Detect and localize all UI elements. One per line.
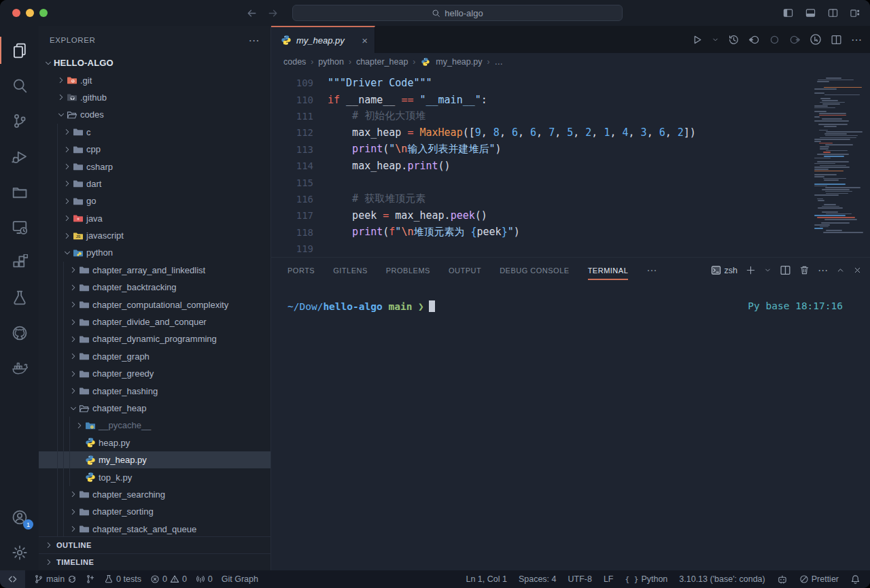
tree-item-hello-algo[interactable]: HELLO-ALGO xyxy=(39,54,271,71)
code-line[interactable]: 109"""Driver Code""" xyxy=(271,75,870,91)
python-interpreter[interactable]: 3.10.13 ('base': conda) xyxy=(679,574,765,584)
tree-item-python[interactable]: python xyxy=(39,244,271,261)
tree-item-chapter-heap[interactable]: chapter_heap xyxy=(39,400,271,417)
tree-item-chapter-graph[interactable]: chapter_graph xyxy=(39,348,271,365)
activity-run-debug-icon[interactable] xyxy=(0,139,39,174)
activity-remote-explorer-icon[interactable] xyxy=(0,209,39,245)
tree-item-chapter-searching[interactable]: chapter_searching xyxy=(39,486,271,503)
panel-tab-debug-console[interactable]: DEBUG CONSOLE xyxy=(500,266,569,275)
copilot-icon[interactable] xyxy=(777,574,788,585)
code-line[interactable]: 117 peek = max_heap.peek() xyxy=(271,207,870,224)
activity-source-control-icon[interactable] xyxy=(0,103,39,139)
code-line[interactable]: 114 max_heap.print() xyxy=(271,158,870,174)
terminal-dropdown-icon[interactable] xyxy=(764,266,771,274)
terminal[interactable]: ~/Dow/hello-algo main ❯ Py base 18:17:16 xyxy=(271,283,870,570)
timeline-section[interactable]: TIMELINE xyxy=(39,553,271,570)
tree-item-chapter-greedy[interactable]: chapter_greedy xyxy=(39,365,271,382)
minimap[interactable] xyxy=(813,77,865,239)
activity-github-icon[interactable] xyxy=(0,315,39,351)
panel-tab-ports[interactable]: PORTS xyxy=(288,266,315,275)
toggle-secondary-sidebar-icon[interactable] xyxy=(827,8,839,18)
outline-section[interactable]: OUTLINE xyxy=(39,536,271,553)
terminal-shell-selector[interactable]: zsh xyxy=(711,265,737,275)
navigate-back-icon[interactable] xyxy=(246,7,258,19)
toggle-sidebar-icon[interactable] xyxy=(782,8,794,18)
branch-status[interactable]: main xyxy=(34,574,77,584)
encoding[interactable]: UTF-8 xyxy=(568,574,592,584)
zoom-window-button[interactable] xyxy=(39,9,48,17)
run-python-file-icon[interactable] xyxy=(691,34,703,46)
gitlens-branch-status[interactable] xyxy=(86,574,95,584)
problems-status[interactable]: 0 0 xyxy=(150,574,187,584)
panel-tab-gitlens[interactable]: GITLENS xyxy=(333,266,368,275)
tree-item-chapter-divide-and-conquer[interactable]: chapter_divide_and_conquer xyxy=(39,313,271,330)
tree-item-chapter-dynamic-programming[interactable]: chapter_dynamic_programming xyxy=(39,330,271,347)
tree-item-chapter-hashing[interactable]: chapter_hashing xyxy=(39,382,271,399)
close-window-button[interactable] xyxy=(12,9,20,17)
panel-more-actions-icon[interactable]: ⋯ xyxy=(818,264,828,277)
breadcrumb-item[interactable]: chapter_heap xyxy=(356,57,408,67)
breadcrumb-item[interactable]: python xyxy=(318,57,344,67)
close-panel-icon[interactable] xyxy=(853,266,862,275)
command-center-search[interactable]: hello-algo xyxy=(292,5,623,21)
editor-more-actions-icon[interactable]: ⋯ xyxy=(851,33,862,46)
activity-settings-icon[interactable] xyxy=(0,535,39,570)
explorer-more-actions-icon[interactable]: ⋯ xyxy=(248,34,260,47)
file-history-icon[interactable] xyxy=(728,34,740,46)
tree-item-cpp[interactable]: cpp xyxy=(39,141,271,158)
tree-item-git[interactable]: .git xyxy=(39,71,271,88)
tab-my-heap[interactable]: my_heap.py × xyxy=(271,26,375,53)
breadcrumb-item[interactable]: my_heap.py xyxy=(436,57,482,67)
code-line[interactable]: 119 xyxy=(271,241,870,257)
tree-item-codes[interactable]: codes xyxy=(39,106,271,123)
code-line[interactable]: 111 # 初始化大顶堆 xyxy=(271,108,870,124)
tree-item-dart[interactable]: dart xyxy=(39,175,271,192)
activity-project-folder-icon[interactable] xyxy=(0,174,39,209)
tree-item-chapter-sorting[interactable]: chapter_sorting xyxy=(39,503,271,520)
tree-item-chapter-array-and-linkedlist[interactable]: chapter_array_and_linkedlist xyxy=(39,262,271,279)
cursor-position[interactable]: Ln 1, Col 1 xyxy=(466,574,506,584)
code-editor[interactable]: 109"""Driver Code"""110if __name__ == "_… xyxy=(271,71,870,257)
language-mode[interactable]: { } Python xyxy=(625,574,668,584)
activity-explorer-icon[interactable] xyxy=(0,33,39,68)
activity-search-icon[interactable] xyxy=(0,68,39,103)
formatter-status[interactable]: Prettier xyxy=(799,574,839,584)
gitlens-forward-icon[interactable] xyxy=(789,34,801,46)
navigate-forward-icon[interactable] xyxy=(267,7,279,19)
gitlens-back-icon[interactable] xyxy=(748,34,760,46)
tree-item-java[interactable]: java xyxy=(39,210,271,227)
tree-item-go[interactable]: go xyxy=(39,192,271,209)
activity-docker-icon[interactable] xyxy=(0,351,39,386)
tree-item-csharp[interactable]: csharp xyxy=(39,158,271,175)
breadcrumb-item[interactable]: … xyxy=(494,57,503,67)
git-graph-button[interactable]: Git Graph xyxy=(222,574,258,584)
remote-indicator[interactable] xyxy=(0,570,25,588)
notifications-bell-icon[interactable] xyxy=(850,574,860,585)
tree-item-github[interactable]: .github xyxy=(39,89,271,106)
split-editor-icon[interactable] xyxy=(831,34,842,46)
panel-more-tabs-icon[interactable]: ⋯ xyxy=(646,264,657,277)
close-tab-icon[interactable]: × xyxy=(362,35,368,46)
code-line[interactable]: 115 xyxy=(271,174,870,190)
tree-item-c[interactable]: c xyxy=(39,124,271,141)
gitlens-compare-icon[interactable] xyxy=(769,34,780,46)
code-line[interactable]: 110if __name__ == "__main__": xyxy=(271,91,870,107)
code-line[interactable]: 113 print("\n输入列表并建堆后") xyxy=(271,141,870,158)
panel-tab-terminal[interactable]: TERMINAL xyxy=(588,266,629,275)
tree-item-top-k-py[interactable]: top_k.py xyxy=(39,468,271,485)
tree-item-my-heap-py[interactable]: my_heap.py xyxy=(39,451,271,468)
tests-status[interactable]: 0 tests xyxy=(104,574,141,584)
run-or-debug-icon[interactable] xyxy=(810,33,822,46)
code-line[interactable]: 116 # 获取堆顶元素 xyxy=(271,191,870,207)
code-line[interactable]: 112 max_heap = MaxHeap([9, 8, 6, 6, 7, 5… xyxy=(271,124,870,141)
breadcrumb-item[interactable]: codes xyxy=(283,57,306,67)
minimize-window-button[interactable] xyxy=(26,9,34,17)
tree-item-heap-py[interactable]: heap.py xyxy=(39,434,271,451)
new-terminal-icon[interactable] xyxy=(746,265,756,275)
customize-layout-icon[interactable] xyxy=(850,8,860,18)
activity-accounts-icon[interactable]: 1 xyxy=(0,500,39,535)
maximize-panel-icon[interactable] xyxy=(836,266,845,275)
indentation[interactable]: Spaces: 4 xyxy=(519,574,557,584)
panel-tab-problems[interactable]: PROBLEMS xyxy=(386,266,430,275)
tree-item-chapter-computational-complexity[interactable]: chapter_computational_complexity xyxy=(39,296,271,313)
